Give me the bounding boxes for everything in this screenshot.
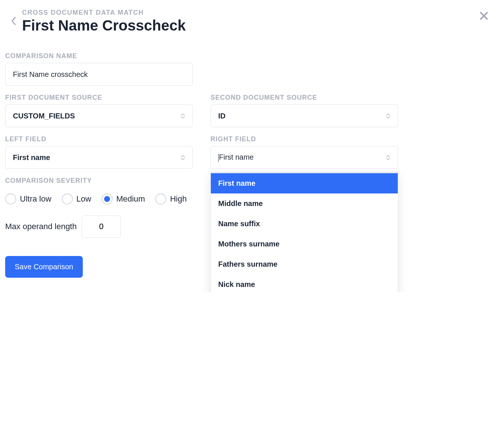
header-eyebrow: CROSS DOCUMENT DATA MATCH [22,9,477,17]
dropdown-option[interactable]: Middle name [211,193,398,214]
right-field-label: RIGHT FIELD [210,135,398,143]
dropdown-option[interactable]: Fathers surname [211,254,398,274]
left-field-select[interactable]: First name [5,146,193,169]
max-operand-input[interactable] [82,216,121,238]
radio-label: Medium [116,194,145,204]
radio-label: Ultra low [20,194,52,204]
save-comparison-button[interactable]: Save Comparison [5,256,83,278]
radio-icon [5,193,16,205]
close-icon [479,11,489,21]
right-field-dropdown[interactable]: First nameMiddle nameName suffixMothers … [210,172,398,292]
severity-option-high[interactable]: High [155,193,187,205]
radio-icon [62,193,73,205]
chevron-left-icon [11,16,17,26]
right-field-select[interactable]: First name [210,146,398,169]
first-doc-source-select[interactable]: CUSTOM_FIELDS [5,104,193,127]
dropdown-option[interactable]: Name suffix [211,214,398,234]
comparison-name-input[interactable] [5,63,193,86]
severity-option-low[interactable]: Low [62,193,91,205]
radio-icon [102,193,113,205]
select-caret-icon [386,155,390,160]
max-operand-label: Max operand length [5,222,77,231]
select-caret-icon [181,155,185,160]
dropdown-option[interactable]: Nick name [211,274,398,292]
left-field-label: LEFT FIELD [5,135,193,143]
left-field-value: First name [13,153,50,162]
dropdown-option[interactable]: First name [211,173,398,193]
close-button[interactable] [477,9,491,24]
severity-option-ultra-low[interactable]: Ultra low [5,193,52,205]
radio-icon [155,193,166,205]
second-doc-source-label: SECOND DOCUMENT SOURCE [210,94,398,102]
radio-label: High [170,194,187,204]
second-doc-source-value: ID [218,112,226,120]
dropdown-option[interactable]: Mothers surname [211,234,398,254]
comparison-name-label: COMPARISON NAME [5,52,193,60]
select-caret-icon [386,114,390,118]
first-doc-source-label: FIRST DOCUMENT SOURCE [5,94,193,102]
radio-label: Low [77,194,91,204]
back-button[interactable] [5,9,22,26]
right-field-value: First name [218,153,254,162]
page-title: First Name Crosscheck [22,17,477,34]
select-caret-icon [181,114,185,118]
first-doc-source-value: CUSTOM_FIELDS [13,112,75,120]
second-doc-source-select[interactable]: ID [210,104,398,127]
severity-option-medium[interactable]: Medium [102,193,145,205]
